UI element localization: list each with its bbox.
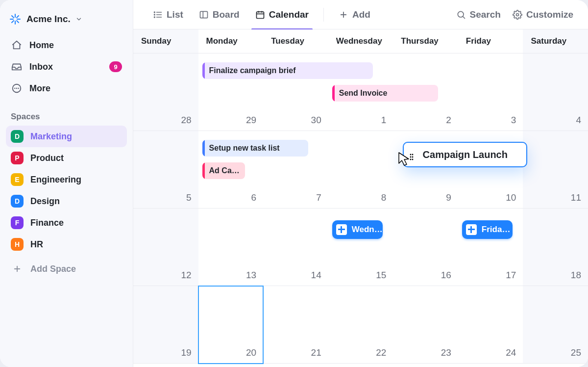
inbox-icon xyxy=(11,61,23,73)
event-label: Setup new task list xyxy=(209,144,280,153)
plus-icon xyxy=(11,262,24,275)
view-tab-list[interactable]: List xyxy=(147,0,189,29)
nav-more[interactable]: More xyxy=(6,78,127,99)
calendar-cell[interactable]: 4 xyxy=(523,53,588,131)
calendar-cell[interactable]: 18 xyxy=(523,209,588,286)
divider xyxy=(323,8,324,22)
event-gcal-friday[interactable]: Frida… xyxy=(462,220,513,239)
main-pane: List Board Calendar Add xyxy=(133,0,588,367)
space-color-chip: D xyxy=(11,195,24,208)
calendar-cell[interactable]: 16 xyxy=(393,209,458,286)
date-number: 17 xyxy=(506,270,516,281)
date-number: 4 xyxy=(576,115,581,126)
view-tab-calendar[interactable]: Calendar xyxy=(249,0,315,29)
day-header-saturday: Saturday xyxy=(523,29,588,53)
search-button[interactable]: Search xyxy=(452,9,505,20)
event-ad-campaign[interactable]: Ad Ca… xyxy=(202,162,245,179)
event-gcal-wednesday[interactable]: Wedn… xyxy=(332,220,383,239)
date-number: 22 xyxy=(376,347,386,358)
workspace-name: Acme Inc. xyxy=(26,14,71,25)
calendar-cell[interactable]: 24 xyxy=(458,286,523,364)
space-label: Design xyxy=(30,196,60,207)
date-number: 19 xyxy=(181,347,191,358)
event-label: Send Invoice xyxy=(339,89,388,98)
event-label: Finalize campaign brief xyxy=(209,66,296,75)
calendar-cell[interactable]: 20 xyxy=(198,286,264,364)
customize-button[interactable]: Customize xyxy=(509,9,577,20)
calendar-grid[interactable]: 2829301234567891011121314151617181920212… xyxy=(133,53,588,364)
space-item-marketing[interactable]: DMarketing xyxy=(6,126,127,147)
space-item-hr[interactable]: HHR xyxy=(6,234,127,255)
svg-line-29 xyxy=(463,16,465,18)
space-color-chip: D xyxy=(11,130,24,143)
calendar-cell[interactable]: 23 xyxy=(393,286,458,364)
calendar-cell[interactable]: 25 xyxy=(523,286,588,364)
svg-point-9 xyxy=(14,88,15,89)
plus-icon xyxy=(339,10,348,20)
calendar-cell[interactable]: 19 xyxy=(133,286,198,364)
space-item-finance[interactable]: FFinance xyxy=(6,212,127,234)
calendar-view: SundayMondayTuesdayWednesdayThursdayFrid… xyxy=(133,29,588,367)
space-item-engineering[interactable]: EEngineering xyxy=(6,169,127,190)
nav-home[interactable]: Home xyxy=(6,34,127,56)
view-tabs: List Board Calendar Add xyxy=(133,0,588,29)
calendar-header-row: SundayMondayTuesdayWednesdayThursdayFrid… xyxy=(133,29,588,53)
calendar-cell[interactable]: 3 xyxy=(458,53,523,131)
svg-line-4 xyxy=(12,16,14,18)
add-space-button[interactable]: Add Space xyxy=(6,258,127,280)
calendar-cell[interactable]: 8 xyxy=(328,131,393,209)
calendar-cell[interactable]: 9 xyxy=(393,131,458,209)
calendar-cell[interactable]: 21 xyxy=(263,286,328,364)
date-number: 18 xyxy=(571,270,581,281)
board-icon xyxy=(199,10,209,20)
nav-more-label: More xyxy=(29,83,50,94)
view-tab-board[interactable]: Board xyxy=(193,0,245,29)
date-number: 12 xyxy=(181,270,191,281)
date-number: 21 xyxy=(311,347,321,358)
nav-inbox[interactable]: Inbox 9 xyxy=(6,56,127,78)
calendar-cell[interactable]: 14 xyxy=(263,209,328,286)
day-header-wednesday: Wednesday xyxy=(328,29,393,53)
space-item-design[interactable]: DDesign xyxy=(6,190,127,212)
view-tab-calendar-label: Calendar xyxy=(269,9,309,20)
search-label: Search xyxy=(470,9,501,20)
add-view-button[interactable]: Add xyxy=(333,0,376,29)
space-color-chip: H xyxy=(11,238,24,251)
svg-line-6 xyxy=(12,21,14,23)
calendar-cell[interactable]: 12 xyxy=(133,209,198,286)
svg-rect-20 xyxy=(200,11,207,18)
date-number: 28 xyxy=(181,115,191,126)
calendar-cell[interactable]: 5 xyxy=(133,131,198,209)
event-finalize-brief[interactable]: Finalize campaign brief xyxy=(202,62,373,79)
spaces-section-label: Spaces xyxy=(6,99,127,126)
calendar-cell[interactable]: 11 xyxy=(523,131,588,209)
space-label: Marketing xyxy=(30,131,72,142)
date-number: 10 xyxy=(506,192,516,203)
google-calendar-icon xyxy=(336,224,347,235)
chevron-down-icon xyxy=(75,16,82,23)
date-number: 1 xyxy=(381,115,387,126)
space-label: Finance xyxy=(30,218,64,228)
calendar-cell[interactable]: 13 xyxy=(198,209,264,286)
date-number: 11 xyxy=(571,192,581,203)
day-header-monday: Monday xyxy=(198,29,264,53)
date-number: 20 xyxy=(246,347,256,358)
calendar-cell[interactable]: 10 xyxy=(458,131,523,209)
date-number: 3 xyxy=(511,115,516,126)
space-color-chip: F xyxy=(11,216,24,229)
date-number: 25 xyxy=(571,347,581,358)
date-number: 24 xyxy=(506,347,516,358)
event-send-invoice[interactable]: Send Invoice xyxy=(332,85,438,102)
day-header-thursday: Thursday xyxy=(393,29,458,53)
event-label: Frida… xyxy=(482,225,511,235)
svg-point-10 xyxy=(16,88,17,89)
svg-line-7 xyxy=(17,16,19,18)
event-setup-tasklist[interactable]: Setup new task list xyxy=(202,140,308,157)
workspace-switcher[interactable]: Acme Inc. xyxy=(6,10,127,34)
date-number: 2 xyxy=(446,115,451,126)
svg-line-5 xyxy=(17,21,19,23)
calendar-cell[interactable]: 28 xyxy=(133,53,198,131)
date-number: 9 xyxy=(446,192,451,203)
calendar-cell[interactable]: 22 xyxy=(328,286,393,364)
space-item-product[interactable]: PProduct xyxy=(6,147,127,169)
